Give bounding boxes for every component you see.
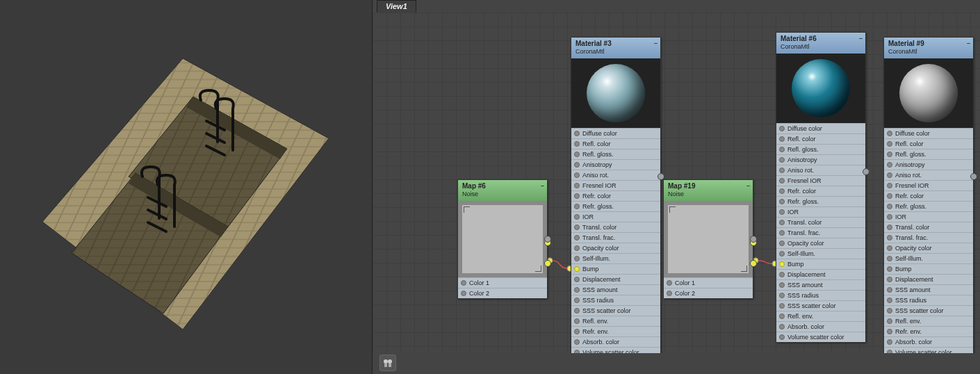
node-map6[interactable]: Map #6 Noise – Color 1 Color 2 <box>457 179 548 299</box>
svg-point-20 <box>388 359 392 364</box>
output-slot[interactable]: Color 2 <box>664 288 753 298</box>
input-slot[interactable]: Transl. color <box>571 222 660 232</box>
input-slot[interactable]: Transl. frac. <box>884 232 973 243</box>
node-material3[interactable]: Material #3 CoronaMtl – Diffuse colorRef… <box>571 37 661 353</box>
input-slot[interactable]: SSS scatter color <box>776 300 865 311</box>
input-slot[interactable]: Bump <box>571 263 660 274</box>
input-slot[interactable]: Fresnel IOR <box>571 180 660 190</box>
input-slot[interactable]: Transl. frac. <box>776 227 865 238</box>
input-slot[interactable]: Refr. color <box>776 186 865 196</box>
input-slot[interactable]: Refl. color <box>571 138 660 149</box>
input-slot[interactable]: Fresnel IOR <box>884 180 973 190</box>
input-slot[interactable]: Aniso rot. <box>571 170 660 180</box>
input-slot[interactable]: Displacement <box>571 274 660 284</box>
node-graph-canvas[interactable]: Map #6 Noise – Color 1 Color 2 Material … <box>373 13 980 353</box>
input-slot[interactable]: IOR <box>884 211 973 222</box>
input-slot[interactable]: Refl. env. <box>776 311 865 321</box>
input-slot[interactable]: Volume scatter color <box>884 347 973 353</box>
input-slot[interactable]: Transl. frac. <box>571 232 660 243</box>
output-socket[interactable] <box>544 236 551 243</box>
input-slot[interactable]: Refl. gloss. <box>884 149 973 159</box>
output-socket[interactable] <box>544 260 551 267</box>
input-slot[interactable]: Transl. color <box>776 217 865 227</box>
input-slot[interactable]: SSS amount <box>571 284 660 295</box>
input-slot[interactable]: SSS radius <box>571 295 660 305</box>
slot-label: Aniso rot. <box>582 172 609 179</box>
minimize-icon[interactable]: – <box>746 182 750 190</box>
input-slot[interactable]: Anisotropy <box>776 154 865 165</box>
node-material6[interactable]: Material #6 CoronaMtl – Diffuse colorRef… <box>776 32 866 343</box>
input-slot[interactable]: Absorb. color <box>571 336 660 347</box>
output-socket[interactable] <box>750 260 757 267</box>
input-slot[interactable]: SSS amount <box>776 279 865 290</box>
input-slot[interactable]: Opacity color <box>884 243 973 253</box>
navigator-button[interactable] <box>379 355 396 371</box>
input-slot[interactable]: Absorb. color <box>884 336 973 347</box>
minimize-icon[interactable]: – <box>859 35 863 42</box>
input-slot[interactable]: Self-Illum. <box>884 253 973 263</box>
viewport-3d[interactable] <box>0 0 372 374</box>
slot-label: SSS amount <box>787 282 823 288</box>
input-slot[interactable]: SSS scatter color <box>884 305 973 316</box>
material-editor[interactable]: View1 Map #6 Noise – Color 1 Color 2 <box>372 0 980 374</box>
output-socket[interactable] <box>863 168 869 175</box>
input-slot[interactable]: SSS scatter color <box>571 305 660 316</box>
input-slot[interactable]: Refr. env. <box>571 326 660 336</box>
input-slot[interactable]: Aniso rot. <box>884 170 973 180</box>
input-slot[interactable]: SSS radius <box>776 290 865 300</box>
input-slot[interactable]: Diffuse color <box>884 128 973 138</box>
slot-socket-icon <box>887 339 892 345</box>
input-slot[interactable]: SSS radius <box>884 295 973 305</box>
output-slot[interactable]: Color 2 <box>458 288 547 298</box>
input-slot[interactable]: Refl. color <box>884 138 973 149</box>
minimize-icon[interactable]: – <box>654 40 658 47</box>
input-slot[interactable]: Aniso rot. <box>776 165 865 175</box>
node-map19[interactable]: Map #19 Noise – Color 1 Color 2 <box>663 179 753 299</box>
pool-scene-render <box>37 38 336 336</box>
input-slot[interactable]: Bump <box>776 259 865 269</box>
input-slot[interactable]: Refl. env. <box>571 316 660 326</box>
input-slot[interactable]: Refl. env. <box>884 316 973 326</box>
input-slot[interactable]: Fresnel IOR <box>776 175 865 186</box>
input-slot[interactable]: Displacement <box>776 269 865 279</box>
minimize-icon[interactable]: – <box>967 40 970 47</box>
input-slot[interactable]: IOR <box>571 211 660 222</box>
output-socket[interactable] <box>750 236 757 243</box>
input-slot[interactable]: Refr. env. <box>884 326 973 336</box>
slot-socket-icon <box>779 293 785 298</box>
slot-label: Refr. color <box>582 193 611 200</box>
input-slot[interactable]: IOR <box>776 206 865 217</box>
input-slot[interactable]: Refl. color <box>776 133 865 144</box>
node-material9[interactable]: Material #9 CoronaMtl – Diffuse colorRef… <box>883 37 974 353</box>
input-slot[interactable]: Self-Illum. <box>776 248 865 259</box>
input-slot[interactable]: Displacement <box>884 274 973 284</box>
input-slot[interactable]: Diffuse color <box>776 123 865 133</box>
slot-socket-icon <box>574 172 580 178</box>
input-slot[interactable]: SSS amount <box>884 284 973 295</box>
output-slot[interactable]: Color 1 <box>664 277 753 288</box>
input-slot[interactable]: Refr. gloss. <box>571 201 660 211</box>
slot-socket-icon <box>574 298 580 303</box>
input-slot[interactable]: Refr. gloss. <box>884 201 973 211</box>
input-slot[interactable]: Volume scatter color <box>571 347 660 353</box>
input-slot[interactable]: Bump <box>884 263 973 274</box>
input-slot[interactable]: Opacity color <box>571 243 660 253</box>
tab-view1[interactable]: View1 <box>377 0 416 13</box>
input-slot[interactable]: Diffuse color <box>571 128 660 138</box>
input-slot[interactable]: Self-Illum. <box>571 253 660 263</box>
output-slot[interactable]: Color 1 <box>458 277 547 288</box>
input-slot[interactable]: Anisotropy <box>884 159 973 170</box>
input-slot[interactable]: Volume scatter color <box>776 332 865 342</box>
minimize-icon[interactable]: – <box>541 182 544 190</box>
input-slot[interactable]: Refr. color <box>571 190 660 201</box>
input-slot[interactable]: Refr. gloss. <box>776 196 865 206</box>
output-socket[interactable] <box>970 173 977 180</box>
input-slot[interactable]: Refl. gloss. <box>776 144 865 154</box>
input-slot[interactable]: Refr. color <box>884 190 973 201</box>
slot-socket-icon <box>887 318 892 324</box>
input-slot[interactable]: Opacity color <box>776 238 865 248</box>
input-slot[interactable]: Transl. color <box>884 222 973 232</box>
input-slot[interactable]: Refl. gloss. <box>571 149 660 159</box>
input-slot[interactable]: Anisotropy <box>571 159 660 170</box>
input-slot[interactable]: Absorb. color <box>776 321 865 332</box>
